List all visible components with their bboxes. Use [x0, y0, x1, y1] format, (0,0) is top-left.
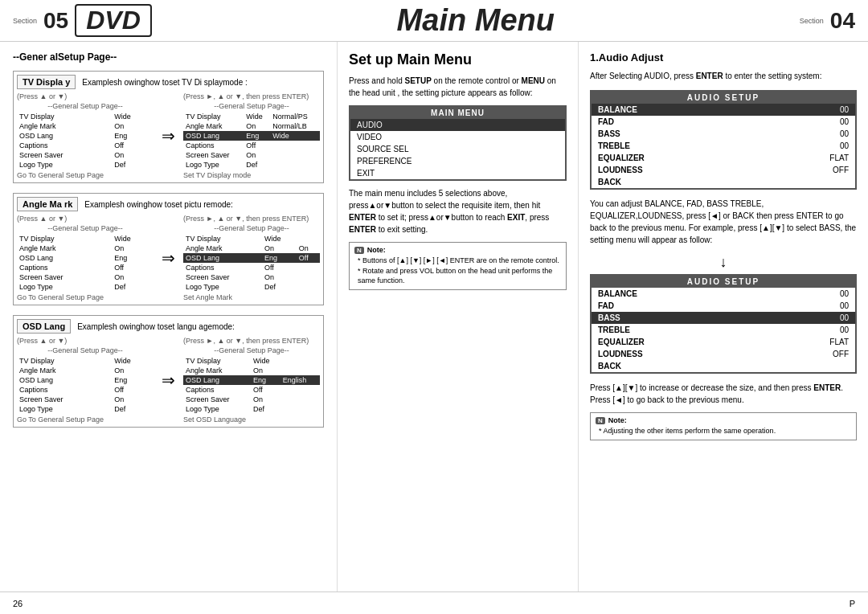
- audio-value-bass-2: 00: [840, 313, 849, 322]
- example-osd-header: OSD Lang Examplesh owinghow toset langu …: [17, 319, 320, 334]
- osd-bottom-right: Set OSD Language: [183, 415, 320, 424]
- audio-label-loudness-2: LOUDNESS: [598, 350, 643, 358]
- osd-table-right: TV DisplayWide Angle MarkOn OSD LangEngE…: [183, 356, 320, 414]
- audio-value-loudness-2: OFF: [833, 350, 849, 358]
- tv-table-left: TV DisplayWide Angle MarkOn OSD LangEng …: [17, 112, 154, 170]
- right-mid-description: You can adjust BALANCE, FAD, BASS TREBLE…: [590, 198, 857, 246]
- tv-press-hint-left: (Press ▲ or ▼): [17, 92, 154, 100]
- table-row: Angle MarkOnNormal/LB: [183, 121, 320, 131]
- menu-item-exit[interactable]: EXIT: [350, 167, 565, 179]
- menu-bold: MENU: [522, 76, 545, 85]
- enter-bold-right: ENTER: [696, 72, 723, 80]
- table-row: Logo TypeDef: [17, 160, 154, 170]
- audio-setup-header-1: AUDIO SETUP: [592, 92, 855, 104]
- main-content: --Gener alSetup Page-- TV Displa y Examp…: [0, 42, 868, 591]
- table-row: TV DisplayWide: [17, 112, 154, 121]
- osd-left-table: (Press ▲ or ▼) --General Setup Page-- TV…: [17, 337, 154, 424]
- audio-row-bass-1: BASS 00: [592, 128, 855, 140]
- osd-press-hint-right: (Press ►, ▲ or ▼, then press ENTER): [183, 337, 320, 345]
- table-row: OSD LangEng: [17, 253, 154, 263]
- right-bottom-description: Press [▲][▼] to increase or decrease the…: [590, 382, 857, 406]
- table-row: OSD LangEngWide: [183, 131, 320, 141]
- note-item-right-1: Adjusting the other items perform the sa…: [599, 426, 851, 436]
- menu-item-preference[interactable]: PREFERENCE: [350, 155, 565, 167]
- tv-display-desc: Examplesh owinghow toset TV Di splaymode…: [82, 78, 247, 87]
- table-row: TV DisplayWide: [17, 234, 154, 244]
- audio-row-balance-1: BALANCE 00: [592, 104, 855, 116]
- tv-display-body: (Press ▲ or ▼) --General Setup Page-- TV…: [17, 92, 320, 179]
- table-row: Angle MarkOn: [17, 121, 154, 131]
- note-list-2: Adjusting the other items perform the sa…: [596, 426, 851, 436]
- example-tv-display: TV Displa y Examplesh owinghow toset TV …: [13, 71, 324, 183]
- table-row: TV DisplayWideNormal/PS: [183, 112, 320, 121]
- table-row: Screen SaverOn: [183, 272, 320, 282]
- enter-bold-1: ENTER: [349, 213, 376, 222]
- menu-item-source-sel[interactable]: SOURCE SEL: [350, 143, 565, 155]
- down-arrow-icon: ↓: [590, 254, 857, 271]
- tv-left-table: (Press ▲ or ▼) --General Setup Page-- TV…: [17, 92, 154, 179]
- main-menu-header: MAIN MENU: [350, 107, 565, 119]
- audio-row-equalizer-2: EQUALIZER FLAT: [592, 336, 855, 348]
- tv-bottom-left: Go To General Setup Page: [17, 171, 154, 179]
- audio-row-fad-1: FAD 00: [592, 116, 855, 128]
- menu-item-audio[interactable]: AUDIO: [350, 119, 565, 131]
- audio-label-back-1: BACK: [598, 178, 621, 186]
- audio-value-fad-1: 00: [840, 117, 849, 126]
- example-osd-lang: OSD Lang Examplesh owinghow toset langu …: [13, 315, 324, 428]
- audio-row-treble-1: TREBLE 00: [592, 140, 855, 152]
- right-description: After Selecting AUDIO, press ENTER to en…: [590, 70, 857, 82]
- section-number-left: 05: [43, 8, 68, 34]
- audio-label-balance-1: BALANCE: [598, 105, 637, 114]
- audio-label-balance-2: BALANCE: [598, 289, 637, 298]
- section-label-left: Section: [13, 17, 37, 25]
- menu-item-video[interactable]: VIDEO: [350, 131, 565, 143]
- arrow-right-icon: ⇒: [158, 126, 178, 145]
- section-number-right: 04: [830, 8, 855, 34]
- table-row: Angle MarkOn: [183, 366, 320, 375]
- angle-bottom-left: Go To General Setup Page: [17, 293, 154, 301]
- right-heading: 1.Audio Adjust: [590, 51, 857, 63]
- tv-page-label-right: --General Setup Page--: [183, 102, 320, 110]
- mid-body-text: The main menu includes 5 selections abov…: [349, 187, 567, 235]
- tv-table-right: TV DisplayWideNormal/PS Angle MarkOnNorm…: [183, 112, 320, 170]
- table-row: Logo TypeDef: [17, 404, 154, 414]
- setup-bold: SETUP: [405, 76, 432, 85]
- angle-press-hint-left: (Press ▲ or ▼): [17, 215, 154, 223]
- angle-press-hint-right: (Press ►, ▲ or ▼, then press ENTER): [183, 215, 320, 223]
- table-row: OSD LangEng: [17, 375, 154, 385]
- audio-value-loudness-1: OFF: [833, 166, 849, 174]
- table-row: Angle MarkOn: [17, 244, 154, 253]
- audio-value-fad-2: 00: [840, 301, 849, 310]
- angle-left-table: (Press ▲ or ▼) --General Setup Page-- TV…: [17, 215, 154, 301]
- audio-row-back-1: BACK: [592, 176, 855, 188]
- page-header: Section 05 DVD Main Menu Section 04: [0, 0, 868, 42]
- angle-mark-label: Angle Ma rk: [17, 197, 78, 211]
- table-row: OSD LangEngOff: [183, 253, 320, 263]
- osd-table-left: TV DisplayWide Angle MarkOn OSD LangEng …: [17, 356, 154, 414]
- audio-value-balance-2: 00: [840, 289, 849, 298]
- osd-press-hint-left: (Press ▲ or ▼): [17, 337, 154, 345]
- audio-row-loudness-1: LOUDNESS OFF: [592, 164, 855, 176]
- right-column: 1.Audio Adjust After Selecting AUDIO, pr…: [579, 42, 868, 591]
- table-row: OSD LangEng: [17, 131, 154, 141]
- table-row: CaptionsOff: [17, 263, 154, 272]
- audio-label-fad-2: FAD: [598, 301, 614, 310]
- exit-bold: EXIT: [507, 213, 525, 222]
- header-left: Section 05 DVD: [13, 4, 152, 37]
- note-icon-1: N: [354, 247, 364, 254]
- audio-setup-box-1: AUDIO SETUP BALANCE 00 FAD 00 BASS 00 TR…: [590, 90, 857, 190]
- arrow-right-icon-2: ⇒: [158, 248, 178, 268]
- arrow-right-icon-3: ⇒: [158, 370, 178, 390]
- audio-label-fad-1: FAD: [598, 117, 614, 126]
- audio-label-equalizer-2: EQUALIZER: [598, 338, 645, 346]
- audio-row-loudness-2: LOUDNESS OFF: [592, 348, 855, 360]
- table-row: Screen SaverOn: [17, 395, 154, 404]
- angle-page-label-right: --General Setup Page--: [183, 224, 320, 232]
- enter-bold-2: ENTER: [349, 225, 376, 234]
- table-row: CaptionsOff: [183, 141, 320, 150]
- audio-label-treble-2: TREBLE: [598, 325, 630, 334]
- table-row: Logo TypeDef: [183, 160, 320, 170]
- table-row: TV DisplayWide: [17, 356, 154, 366]
- angle-table-right: TV DisplayWide Angle MarkOnOn OSD LangEn…: [183, 234, 320, 292]
- angle-table-left: TV DisplayWide Angle MarkOn OSD LangEng …: [17, 234, 154, 292]
